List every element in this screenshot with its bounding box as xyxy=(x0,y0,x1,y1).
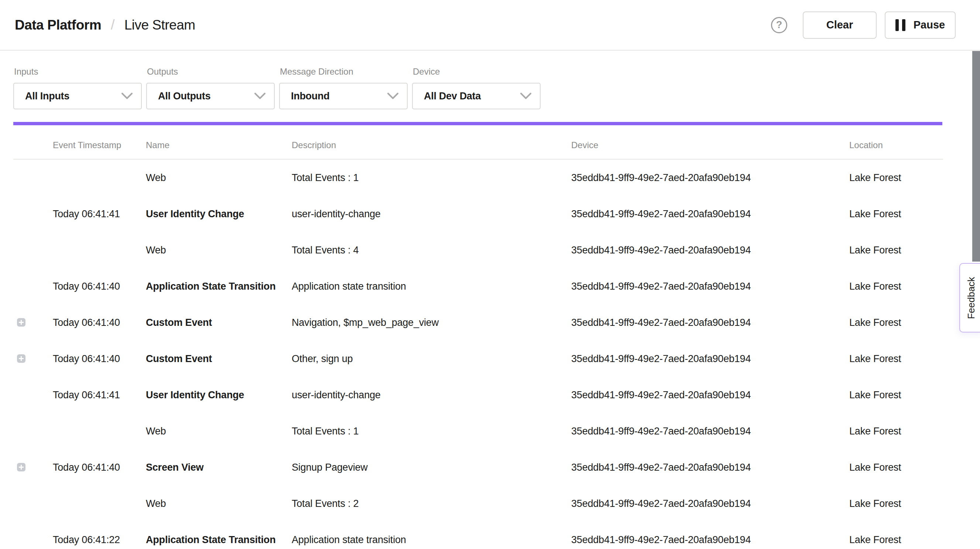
cell-description: Total Events : 1 xyxy=(292,160,358,196)
filter-outputs-label: Outputs xyxy=(147,66,275,77)
table-row: Today 06:41:41 User Identity Change user… xyxy=(0,196,980,232)
feedback-tab[interactable]: Feedback xyxy=(959,263,980,332)
cell-description: Application state transition xyxy=(292,268,406,305)
breadcrumb-section[interactable]: Data Platform xyxy=(15,18,101,33)
cell-description: Other, sign up xyxy=(292,341,353,377)
cell-timestamp: Today 06:41:40 xyxy=(53,305,120,341)
table-row: Today 06:41:40 Custom Event Navigation, … xyxy=(0,305,980,341)
cell-timestamp: Today 06:41:40 xyxy=(53,341,120,377)
table-row: Today 06:41:40 Custom Event Other, sign … xyxy=(0,341,980,377)
chevron-down-icon xyxy=(520,93,532,100)
inputs-dropdown-value: All Inputs xyxy=(25,91,69,102)
filter-inputs-label: Inputs xyxy=(14,66,142,77)
cell-description: user-identity-change xyxy=(292,196,381,232)
table-row: Today 06:41:40 Screen View Signup Pagevi… xyxy=(0,449,980,485)
cell-device: 35eddb41-9ff9-49e2-7aed-20afa90eb194 xyxy=(571,305,751,341)
message-direction-dropdown[interactable]: Inbound xyxy=(279,83,408,109)
cell-name: Web xyxy=(146,485,166,522)
header-actions: ? Clear Pause xyxy=(771,11,956,39)
cell-timestamp: Today 06:41:40 xyxy=(53,268,120,305)
cell-timestamp: Today 06:41:40 xyxy=(53,449,120,485)
cell-device: 35eddb41-9ff9-49e2-7aed-20afa90eb194 xyxy=(571,522,751,549)
cell-location: Lake Forest xyxy=(849,268,901,305)
cell-location: Lake Forest xyxy=(849,160,901,196)
chevron-down-icon xyxy=(254,93,266,100)
filter-device-label: Device xyxy=(413,66,541,77)
table-row: Web Total Events : 1 35eddb41-9ff9-49e2-… xyxy=(0,413,980,449)
pause-button-label: Pause xyxy=(913,19,945,31)
cell-name: Custom Event xyxy=(146,305,212,341)
inputs-dropdown[interactable]: All Inputs xyxy=(13,83,142,109)
expand-row-button[interactable] xyxy=(17,463,25,471)
chevron-down-icon xyxy=(387,93,399,100)
filter-bar: Inputs All Inputs Outputs All Outputs Me… xyxy=(13,51,541,109)
breadcrumb: Data Platform / Live Stream xyxy=(15,17,195,33)
filter-message-direction-label: Message Direction xyxy=(280,66,408,77)
cell-location: Lake Forest xyxy=(849,196,901,232)
cell-description: Total Events : 1 xyxy=(292,413,358,449)
cell-location: Lake Forest xyxy=(849,232,901,268)
help-icon[interactable]: ? xyxy=(771,17,787,33)
cell-device: 35eddb41-9ff9-49e2-7aed-20afa90eb194 xyxy=(571,413,751,449)
cell-name: User Identity Change xyxy=(146,377,244,413)
page-title: Live Stream xyxy=(124,18,195,33)
cell-location: Lake Forest xyxy=(849,305,901,341)
cell-name: Screen View xyxy=(146,449,204,485)
cell-location: Lake Forest xyxy=(849,485,901,522)
cell-device: 35eddb41-9ff9-49e2-7aed-20afa90eb194 xyxy=(571,196,751,232)
cell-name: User Identity Change xyxy=(146,196,244,232)
column-header-description: Description xyxy=(292,139,336,152)
accent-divider xyxy=(13,122,942,125)
cell-location: Lake Forest xyxy=(849,449,901,485)
cell-location: Lake Forest xyxy=(849,522,901,549)
device-dropdown-value: All Dev Data xyxy=(424,91,481,102)
outputs-dropdown-value: All Outputs xyxy=(158,91,210,102)
breadcrumb-separator: / xyxy=(111,17,115,33)
feedback-tab-label: Feedback xyxy=(966,277,977,319)
cell-timestamp: Today 06:41:22 xyxy=(53,522,120,549)
filter-outputs: Outputs All Outputs xyxy=(146,66,275,109)
table-row: Web Total Events : 4 35eddb41-9ff9-49e2-… xyxy=(0,232,980,268)
filter-message-direction: Message Direction Inbound xyxy=(279,66,408,109)
table-row: Web Total Events : 2 35eddb41-9ff9-49e2-… xyxy=(0,485,980,522)
cell-location: Lake Forest xyxy=(849,413,901,449)
device-dropdown[interactable]: All Dev Data xyxy=(412,83,541,109)
filter-device: Device All Dev Data xyxy=(412,66,541,109)
expand-row-button[interactable] xyxy=(17,318,25,327)
cell-device: 35eddb41-9ff9-49e2-7aed-20afa90eb194 xyxy=(571,160,751,196)
cell-timestamp: Today 06:41:41 xyxy=(53,196,120,232)
cell-location: Lake Forest xyxy=(849,377,901,413)
table-row: Today 06:41:41 User Identity Change user… xyxy=(0,377,980,413)
table-row: Today 06:41:22 Application State Transit… xyxy=(0,522,980,549)
app-header: Data Platform / Live Stream ? Clear Paus… xyxy=(0,0,980,51)
expand-row-button[interactable] xyxy=(17,354,25,363)
cell-device: 35eddb41-9ff9-49e2-7aed-20afa90eb194 xyxy=(571,232,751,268)
column-header-event-timestamp: Event Timestamp xyxy=(53,139,121,152)
cell-name: Application State Transition xyxy=(146,268,275,305)
cell-name: Application State Transition xyxy=(146,522,275,549)
cell-device: 35eddb41-9ff9-49e2-7aed-20afa90eb194 xyxy=(571,377,751,413)
cell-timestamp: Today 06:41:41 xyxy=(53,377,120,413)
cell-location: Lake Forest xyxy=(849,341,901,377)
cell-device: 35eddb41-9ff9-49e2-7aed-20afa90eb194 xyxy=(571,449,751,485)
message-direction-dropdown-value: Inbound xyxy=(291,91,329,102)
pause-button[interactable]: Pause xyxy=(885,11,956,39)
pause-icon xyxy=(896,19,905,31)
outputs-dropdown[interactable]: All Outputs xyxy=(146,83,275,109)
cell-name: Web xyxy=(146,413,166,449)
filter-inputs: Inputs All Inputs xyxy=(13,66,142,109)
table-row: Today 06:41:40 Application State Transit… xyxy=(0,268,980,305)
cell-name: Custom Event xyxy=(146,341,212,377)
cell-description: user-identity-change xyxy=(292,377,381,413)
cell-device: 35eddb41-9ff9-49e2-7aed-20afa90eb194 xyxy=(571,268,751,305)
column-header-name: Name xyxy=(146,139,170,152)
column-header-location: Location xyxy=(849,139,883,152)
vertical-scrollbar-thumb[interactable] xyxy=(972,51,980,262)
table-row: Web Total Events : 1 35eddb41-9ff9-49e2-… xyxy=(0,160,980,196)
chevron-down-icon xyxy=(121,93,133,100)
cell-description: Application state transition xyxy=(292,522,406,549)
cell-name: Web xyxy=(146,232,166,268)
event-table-body: Web Total Events : 1 35eddb41-9ff9-49e2-… xyxy=(0,160,980,549)
cell-device: 35eddb41-9ff9-49e2-7aed-20afa90eb194 xyxy=(571,341,751,377)
clear-button[interactable]: Clear xyxy=(803,11,877,39)
